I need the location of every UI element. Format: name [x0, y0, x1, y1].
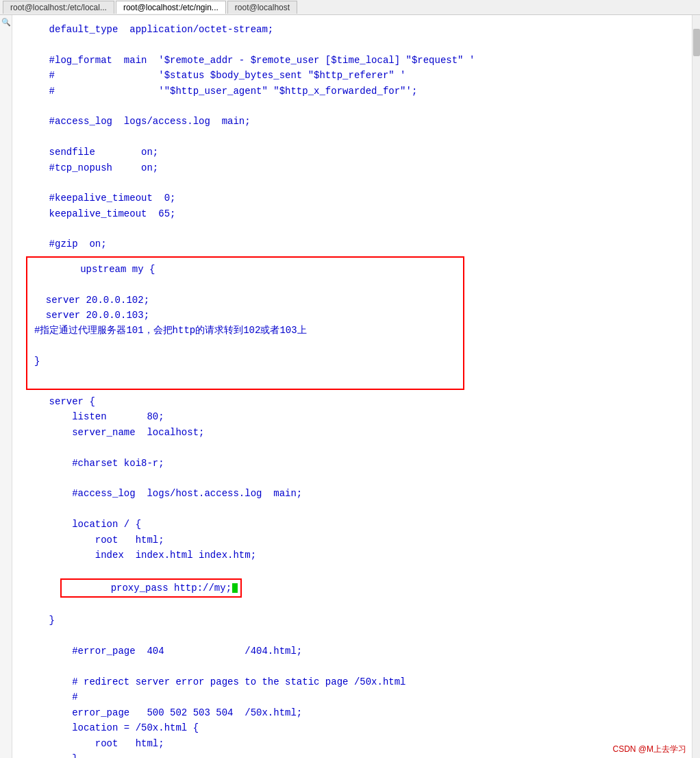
line-blank-5 — [26, 221, 685, 236]
line-blank-1 — [26, 37, 685, 52]
server-open: server { — [26, 394, 685, 409]
line-log-format-2: # '$status $body_bytes_sent "$http_refer… — [26, 68, 685, 83]
search-icon[interactable]: 🔍 — [1, 18, 11, 27]
upstream-block: upstream my { server 20.0.0.102; server … — [26, 256, 464, 390]
upstream-comment: #指定通过代理服务器101，会把http的请求转到102或者103上 — [34, 323, 456, 338]
line-blank-3 — [26, 130, 685, 145]
line-log-format-3: # '"$http_user_agent" "$http_x_forwarded… — [26, 84, 685, 99]
line-blank-4 — [26, 175, 685, 191]
main-layout: 🔍 default_type application/octet-stream;… — [0, 15, 700, 758]
upstream-close: } — [34, 354, 456, 369]
line-gzip: #gzip on; — [26, 236, 685, 252]
tab-2[interactable]: root@localhost:/etc/ngin... — [116, 1, 226, 14]
server-blank-3 — [26, 502, 685, 517]
line-tcp-nopush: #tcp_nopush on; — [26, 160, 685, 175]
code-area[interactable]: default_type application/octet-stream; #… — [12, 15, 692, 758]
line-log-format-1: #log_format main '$remote_addr - $remote… — [26, 53, 685, 68]
line-keepalive-65: keepalive_timeout 65; — [26, 206, 685, 221]
location-50x-open: location = /50x.html { — [26, 720, 685, 735]
sidebar: 🔍 — [0, 15, 12, 758]
bottom-bar: CSDN @M上去学习 — [607, 741, 692, 758]
line-default-type: default_type application/octet-stream; — [26, 22, 685, 37]
location-open: location / { — [26, 517, 685, 532]
upstream-blank-3 — [34, 369, 456, 384]
error-page-50x: error_page 500 502 503 504 /50x.html; — [26, 705, 685, 720]
proxy-pass-highlight: proxy_pass http://my; — [60, 578, 242, 598]
server-blank-2 — [26, 471, 685, 486]
location-index: index index.html index.htm; — [26, 548, 685, 563]
after-blank-2 — [26, 659, 685, 674]
tab-1[interactable]: root@localhost:/etc/local... — [3, 1, 114, 14]
proxy-pass-line: proxy_pass http://my; — [26, 563, 685, 613]
location-close: } — [26, 613, 685, 628]
tab-3[interactable]: root@localhost — [227, 1, 297, 14]
upstream-server-102: server 20.0.0.102; — [34, 293, 456, 308]
line-access-log: #access_log logs/access.log main; — [26, 114, 685, 129]
tabs-bar: root@localhost:/etc/local... root@localh… — [0, 0, 700, 15]
server-blank-1 — [26, 440, 685, 455]
bottom-bar-text: CSDN @M上去学习 — [612, 744, 686, 754]
server-listen: listen 80; — [26, 409, 685, 424]
vertical-scrollbar[interactable] — [692, 15, 700, 758]
scrollbar-thumb[interactable] — [693, 29, 700, 56]
server-access-log: #access_log logs/host.access.log main; — [26, 486, 685, 501]
server-name: server_name localhost; — [26, 425, 685, 440]
line-keepalive-0: #keepalive_timeout 0; — [26, 191, 685, 206]
upstream-blank — [34, 277, 456, 292]
location-root: root html; — [26, 533, 685, 548]
upstream-blank-2 — [34, 339, 456, 354]
location-50x-root: root html; — [26, 736, 685, 751]
location-50x-close: } — [26, 751, 685, 758]
redirect-comment-2: # — [26, 689, 685, 705]
after-blank-1 — [26, 628, 685, 644]
error-page-404: #error_page 404 /404.html; — [26, 644, 685, 659]
upstream-open: upstream my { — [34, 262, 456, 277]
line-sendfile: sendfile on; — [26, 145, 685, 160]
cursor — [232, 583, 238, 593]
server-charset: #charset koi8-r; — [26, 456, 685, 471]
redirect-comment-1: # redirect server error pages to the sta… — [26, 674, 685, 689]
upstream-server-103: server 20.0.0.103; — [34, 308, 456, 323]
line-blank-2 — [26, 99, 685, 114]
